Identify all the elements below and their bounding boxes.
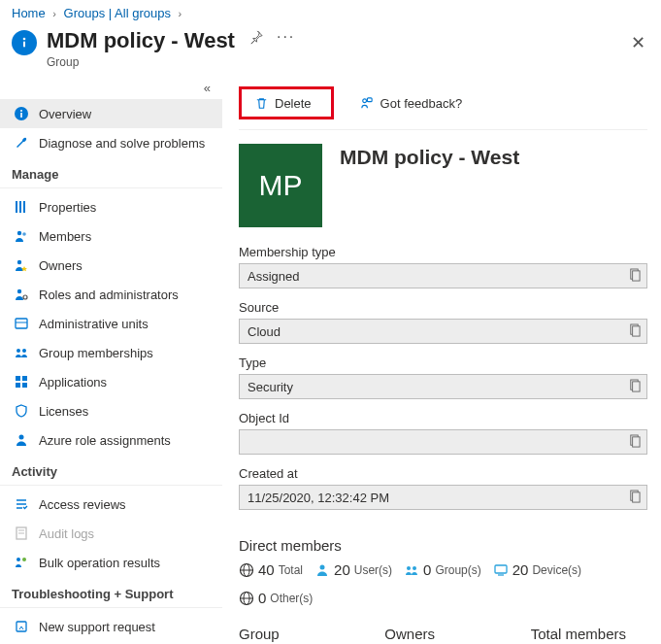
svg-point-47: [407, 566, 411, 570]
entity-header: MP MDM policy - West: [239, 130, 647, 245]
svg-point-9: [22, 232, 26, 236]
direct-members-title: Direct members: [239, 522, 647, 561]
group-icon: [14, 345, 29, 360]
globe-icon: [239, 591, 254, 606]
svg-point-0: [23, 38, 26, 41]
field-object-id: Object Id: [239, 411, 647, 455]
feedback-button[interactable]: Got feedback?: [353, 91, 469, 115]
stat-users[interactable]: 20 User(s): [314, 561, 392, 578]
sidebar-item-owners[interactable]: Owners: [0, 251, 222, 280]
stat-total[interactable]: 40 Total: [239, 561, 303, 578]
sidebar-label: Bulk operation results: [39, 556, 160, 570]
sidebar-item-audit-logs[interactable]: Audit logs: [0, 519, 222, 548]
lower-stats-row: Group memberships Owners Total members: [239, 606, 647, 644]
sidebar-item-new-support[interactable]: New support request: [0, 612, 222, 641]
svg-point-21: [19, 435, 24, 440]
sidebar-item-properties[interactable]: Properties: [0, 192, 222, 221]
field-label: Created at: [239, 466, 647, 481]
feedback-icon: [359, 95, 375, 111]
svg-point-16: [22, 349, 26, 353]
direct-members-stats: 40 Total 20 User(s) 0 Group(s) 20 Device…: [239, 561, 647, 606]
field-label: Source: [239, 300, 647, 315]
sidebar-item-applications[interactable]: Applications: [0, 367, 222, 396]
svg-point-15: [17, 349, 20, 353]
sidebar-item-bulk-ops[interactable]: Bulk operation results: [0, 548, 222, 577]
breadcrumb-groups[interactable]: Groups | All groups: [64, 6, 171, 20]
delete-button[interactable]: Delete: [248, 91, 317, 115]
copy-button[interactable]: [628, 490, 641, 504]
collapse-sidebar-button[interactable]: «: [0, 79, 222, 99]
toolbar: Delete Got feedback?: [239, 79, 647, 130]
sidebar-item-overview[interactable]: Overview: [0, 99, 222, 128]
copy-button[interactable]: [628, 379, 641, 393]
field-label: Membership type: [239, 245, 647, 259]
svg-rect-38: [633, 382, 640, 391]
sidebar-label: Members: [39, 229, 91, 244]
sidebar-label: New support request: [39, 620, 155, 634]
copy-button[interactable]: [628, 323, 641, 338]
stat-label: Total: [279, 563, 303, 577]
stat-number: 0: [423, 561, 431, 578]
sidebar-item-group-memberships[interactable]: Group memberships: [0, 338, 222, 367]
info-icon: [14, 106, 29, 121]
stat-label: Other(s): [270, 592, 313, 605]
person-icon: [14, 432, 29, 448]
lower-owners: Owners: [384, 626, 501, 644]
sidebar-item-roles[interactable]: Roles and administrators: [0, 280, 222, 309]
field-value-box: [239, 429, 647, 455]
sidebar-item-azure-role[interactable]: Azure role assignments: [0, 425, 222, 455]
svg-rect-20: [22, 383, 27, 388]
sidebar-label: Owners: [39, 258, 83, 273]
sidebar-item-members[interactable]: Members: [0, 221, 222, 251]
pin-icon[interactable]: [248, 30, 263, 45]
licenses-icon: [14, 403, 29, 419]
sidebar-label: Administrative units: [39, 317, 149, 331]
svg-rect-19: [16, 383, 20, 388]
sidebar-label: Licenses: [39, 404, 88, 419]
breadcrumb-home[interactable]: Home: [12, 6, 46, 20]
field-value: Cloud: [248, 324, 281, 339]
chevron-right-icon: ›: [175, 8, 186, 19]
sidebar-header-activity: Activity: [0, 455, 222, 486]
sidebar-item-diagnose[interactable]: Diagnose and solve problems: [0, 128, 222, 157]
svg-point-46: [320, 564, 325, 569]
breadcrumb: Home › Groups | All groups ›: [0, 0, 661, 24]
sidebar-item-admin-units[interactable]: Administrative units: [0, 309, 222, 338]
more-icon[interactable]: ···: [277, 28, 295, 46]
svg-point-12: [23, 295, 27, 299]
field-type: Type Security: [239, 356, 647, 399]
copy-button[interactable]: [628, 434, 641, 449]
lower-group-memberships: Group memberships: [239, 626, 355, 644]
lower-total-members: Total members: [531, 626, 647, 644]
field-value: Assigned: [248, 269, 299, 284]
close-button[interactable]: ✕: [627, 28, 649, 57]
svg-point-8: [17, 231, 21, 235]
svg-rect-40: [633, 437, 640, 447]
sidebar-label: Azure role assignments: [39, 433, 171, 448]
svg-rect-49: [495, 565, 507, 573]
delete-label: Delete: [275, 96, 312, 111]
sidebar-item-access-reviews[interactable]: Access reviews: [0, 490, 222, 519]
svg-point-3: [20, 110, 22, 112]
delete-highlight: Delete: [239, 86, 334, 119]
sidebar-item-licenses[interactable]: Licenses: [0, 396, 222, 425]
svg-point-31: [363, 98, 367, 102]
field-label: Object Id: [239, 411, 647, 425]
stat-number: 40: [258, 561, 275, 578]
svg-point-48: [413, 566, 416, 570]
entity-title: MDM policy - West: [340, 144, 519, 169]
globe-icon: [239, 562, 254, 578]
stat-others[interactable]: 0 Other(s): [239, 590, 313, 606]
svg-rect-34: [633, 271, 640, 281]
checklist-icon: [14, 496, 29, 512]
stat-number: 20: [512, 561, 529, 578]
stat-devices[interactable]: 20 Device(s): [493, 561, 581, 578]
stat-groups[interactable]: 0 Group(s): [404, 561, 481, 578]
properties-icon: [14, 199, 29, 215]
sidebar-label: Roles and administrators: [39, 288, 179, 302]
info-icon: [12, 30, 37, 55]
admin-units-icon: [14, 316, 29, 331]
copy-button[interactable]: [628, 268, 641, 283]
chevron-right-icon: ›: [49, 8, 60, 19]
sidebar-label: Diagnose and solve problems: [39, 136, 205, 151]
